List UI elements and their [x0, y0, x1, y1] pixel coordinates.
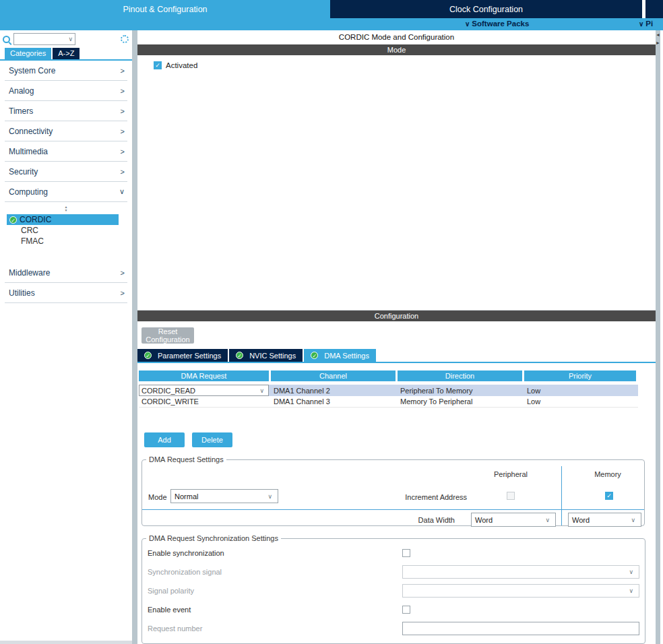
ok-check-icon: ✓ [311, 352, 318, 359]
collapse-left-icon[interactable]: ◄ [656, 32, 660, 38]
peripheral-increment-checkbox[interactable]: ✓ [507, 492, 515, 500]
signal-polarity-select[interactable]: ∨ [402, 584, 639, 598]
chevron-right-icon: > [121, 67, 125, 75]
increment-address-label: Increment Address [363, 493, 467, 501]
group-legend: DMA Request Synchronization Settings [146, 534, 281, 542]
activated-label: Activated [166, 61, 197, 69]
sidebar-item-computing[interactable]: Computing ∨ [5, 182, 127, 202]
dma-request-select[interactable]: CORDIC_READ ∨ [139, 385, 269, 396]
column-header-dma-request[interactable]: DMA Request [139, 371, 269, 381]
tab-label: Pinout & Configuration [123, 5, 207, 14]
dropdown-arrow-icon[interactable]: ∨ [68, 36, 75, 42]
ok-check-icon: ✓ [236, 352, 243, 359]
computing-children: ▲ ▼ ✓ CORDIC CRC FMAC [0, 202, 132, 263]
chevron-right-icon: > [121, 289, 125, 297]
sidebar-item-analog[interactable]: Analog > [5, 81, 127, 101]
sidebar-tabs: Categories A->Z [0, 48, 132, 61]
main-panel: CORDIC Mode and Configuration Mode ✓ Act… [137, 30, 656, 644]
search-input[interactable] [14, 35, 61, 43]
sidebar-splitter[interactable] [132, 30, 137, 644]
sidebar-item-system-core[interactable]: System Core > [5, 61, 127, 81]
sidebar-item-cordic[interactable]: ✓ CORDIC [7, 214, 119, 225]
reset-configuration-button[interactable]: Reset Configuration [141, 327, 194, 344]
dropdown-arrow-icon: ∨ [629, 587, 635, 594]
memory-increment-checkbox[interactable]: ✓ [605, 492, 613, 500]
tab-nvic-settings[interactable]: ✓ NVIC Settings [229, 349, 303, 362]
dma-table: DMA Request Channel Direction Priority C… [139, 371, 638, 408]
row-divider [142, 509, 644, 510]
table-row[interactable]: CORDIC_READ ∨ DMA1 Channel 2 Peripheral … [139, 385, 638, 396]
tab-label: Clock Configuration [449, 5, 523, 14]
sidebar-item-security[interactable]: Security > [5, 162, 127, 182]
chevron-right-icon: > [121, 127, 125, 135]
tab-parameter-settings[interactable]: ✓ Parameter Settings [137, 349, 228, 362]
dropdown-arrow-icon: ∨ [267, 493, 274, 500]
sidebar-item-fmac[interactable]: FMAC [0, 236, 132, 247]
chevron-down-icon: ∨ [465, 20, 470, 28]
right-panel-splitter[interactable]: ◄ ► [656, 30, 660, 644]
chevron-right-icon: > [121, 87, 125, 95]
memory-data-width-select[interactable]: Word ∨ [568, 513, 641, 527]
tab-clock-configuration[interactable]: Clock Configuration [330, 0, 642, 18]
delete-button[interactable]: Delete [192, 432, 232, 447]
sidebar-item-connectivity[interactable]: Connectivity > [5, 121, 127, 141]
sub-toolbar: ∨Software Packs ∨Pi [0, 18, 663, 30]
add-button[interactable]: Add [144, 432, 185, 447]
peripheral-data-width-select[interactable]: Word ∨ [471, 513, 556, 527]
dropdown-arrow-icon: ∨ [631, 517, 637, 523]
request-number-input[interactable] [402, 622, 639, 635]
tab-categories[interactable]: Categories [5, 48, 51, 59]
column-header-channel[interactable]: Channel [271, 371, 396, 381]
dma-sync-settings-group: DMA Request Synchronization Settings Ena… [141, 534, 645, 644]
enabled-check-icon: ✓ [9, 216, 17, 224]
chevron-right-icon: > [121, 107, 125, 115]
software-packs-menu[interactable]: ∨Software Packs [465, 20, 529, 28]
sidebar-item-middleware[interactable]: Middleware > [5, 263, 127, 283]
mode-section-header: Mode [137, 44, 656, 55]
peripherals-sidebar: ∨ Categories A->Z System Core > Analog >… [0, 30, 132, 644]
page-title: CORDIC Mode and Configuration [137, 30, 656, 44]
stm32cubemx-window: Pinout & Configuration Clock Configurati… [0, 0, 663, 644]
chevron-right-icon: > [121, 148, 125, 156]
search-combobox[interactable]: ∨ [13, 33, 75, 45]
column-header-priority[interactable]: Priority [524, 371, 636, 381]
sidebar-bottom-strip [0, 641, 132, 644]
mode-select[interactable]: Normal ∨ [170, 489, 278, 503]
tab-dma-settings[interactable]: ✓ DMA Settings [304, 349, 376, 362]
dropdown-arrow-icon: ∨ [629, 569, 635, 575]
dropdown-arrow-icon: ∨ [545, 517, 552, 523]
memory-column-label: Memory [571, 470, 645, 478]
signal-polarity-label: Signal polarity [148, 587, 402, 595]
top-tab-bar: Pinout & Configuration Clock Configurati… [0, 0, 663, 18]
configuration-panel: Configuration Reset Configuration ✓ Para… [137, 311, 656, 644]
configuration-tabs: ✓ Parameter Settings ✓ NVIC Settings ✓ D… [137, 349, 656, 363]
sidebar-item-multimedia[interactable]: Multimedia > [5, 141, 127, 162]
sidebar-item-timers[interactable]: Timers > [5, 101, 127, 121]
chevron-right-icon: > [121, 168, 125, 176]
tab-a-to-z[interactable]: A->Z [53, 48, 80, 59]
tab-partial[interactable] [645, 0, 663, 18]
enable-synchronization-label: Enable synchronization [148, 549, 402, 557]
activated-checkbox[interactable]: ✓ [154, 61, 162, 69]
sidebar-item-utilities[interactable]: Utilities > [5, 283, 127, 303]
chevron-down-icon: ∨ [119, 187, 125, 196]
search-icon [3, 36, 10, 43]
column-divider [561, 466, 562, 525]
tab-pinout-and-configuration[interactable]: Pinout & Configuration [0, 0, 330, 18]
column-header-direction[interactable]: Direction [398, 371, 522, 381]
table-row[interactable]: CORDIC_WRITE DMA1 Channel 3 Memory To Pe… [139, 396, 638, 408]
gear-icon[interactable] [121, 35, 129, 43]
request-number-label: Request number [148, 624, 402, 633]
configuration-section-header: Configuration [137, 311, 656, 321]
synchronization-signal-select[interactable]: ∨ [402, 565, 639, 579]
group-legend: DMA Request Settings [146, 455, 226, 463]
dma-request-settings-group: DMA Request Settings Peripheral Memory M… [141, 455, 645, 526]
sidebar-item-crc[interactable]: CRC [0, 225, 132, 236]
dropdown-arrow-icon: ∨ [259, 387, 266, 394]
right-panel-edge [660, 30, 663, 644]
pinout-menu[interactable]: ∨Pi [639, 20, 663, 28]
enable-synchronization-checkbox[interactable]: ✓ [402, 549, 410, 557]
enable-event-checkbox[interactable]: ✓ [402, 606, 410, 614]
collapse-right-icon[interactable]: ► [656, 40, 660, 46]
sort-toggle-icon[interactable]: ▲ ▼ [0, 204, 132, 214]
